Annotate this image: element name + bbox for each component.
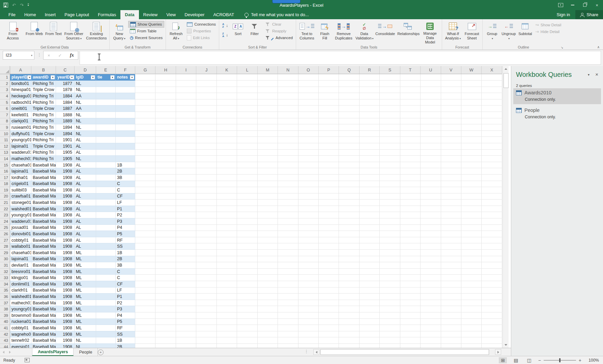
cell[interactable]: 1908	[56, 331, 75, 338]
collapse-ribbon-icon[interactable]: ∧	[597, 45, 600, 49]
cell[interactable]: Triple Crow	[31, 105, 56, 112]
cell[interactable]: AL	[75, 143, 96, 150]
cell[interactable]: heckegu01	[10, 93, 31, 99]
cell[interactable]: Pitching Tri	[31, 93, 56, 99]
relationships-button[interactable]: Relationships	[396, 20, 419, 44]
cell[interactable]: Pitching Tri	[31, 156, 56, 162]
from-table-button[interactable]: From Table	[128, 28, 164, 34]
refresh-all-button[interactable]: ↻ Refresh All▾	[167, 20, 185, 44]
cell[interactable]	[116, 118, 135, 125]
cell[interactable]: donovbi01	[10, 231, 31, 237]
column-header-F[interactable]: F	[116, 66, 135, 74]
cell[interactable]: 1905	[56, 156, 75, 162]
cell[interactable]: 1908	[56, 237, 75, 244]
cell[interactable]: ML	[75, 250, 96, 256]
remove-duplicates-button[interactable]: → Remove Duplicates	[333, 20, 354, 44]
empty-cells[interactable]	[135, 112, 502, 118]
column-header-B[interactable]: B	[31, 66, 56, 74]
column-header-R[interactable]: R	[360, 66, 380, 74]
cell[interactable]: 1908	[56, 256, 75, 263]
empty-cells[interactable]	[135, 105, 502, 112]
group-button[interactable]: → Group▾	[484, 20, 500, 44]
column-header-D[interactable]: D	[75, 66, 96, 74]
cell[interactable]	[96, 300, 116, 306]
empty-cells[interactable]	[135, 325, 502, 331]
empty-cells[interactable]	[135, 275, 502, 281]
cell[interactable]	[96, 218, 116, 225]
cell[interactable]: clarkjo01	[10, 118, 31, 125]
cell[interactable]: 1884	[56, 99, 75, 106]
what-if-analysis-button[interactable]: ? What-If Analysis▾	[443, 20, 462, 44]
sheet-tab-awardsplayers[interactable]: AwardsPlayers	[32, 348, 74, 356]
cell[interactable]: 1908	[56, 181, 75, 187]
row-number[interactable]: 32	[0, 269, 10, 275]
cell[interactable]: AL	[75, 218, 96, 225]
cell[interactable]: 1908	[56, 306, 75, 312]
empty-cells[interactable]	[135, 118, 502, 125]
cell[interactable]: Baseball Ma	[31, 212, 56, 218]
cell[interactable]: Pitching Tri	[31, 81, 56, 87]
column-header-X[interactable]: X	[482, 66, 502, 74]
sheet-tab-people[interactable]: People	[74, 348, 98, 356]
cell[interactable]: ML	[75, 256, 96, 263]
ribbon-tab-insert[interactable]: Insert	[40, 10, 60, 19]
cell[interactable]	[116, 93, 135, 99]
cell[interactable]	[116, 81, 135, 87]
column-header-T[interactable]: T	[400, 66, 421, 74]
table-header-yearID[interactable]: yearID▾	[56, 74, 75, 81]
cell[interactable]: C	[116, 275, 135, 281]
cell[interactable]	[96, 112, 116, 118]
text-to-columns-button[interactable]: → Text to Columns	[297, 20, 316, 44]
cell[interactable]	[96, 181, 116, 187]
cell[interactable]: youngcy01	[10, 212, 31, 218]
empty-cells[interactable]	[135, 256, 502, 263]
cell[interactable]: 1878	[56, 87, 75, 93]
cell[interactable]: C	[116, 187, 135, 193]
show-queries-button[interactable]: Show Queries	[128, 21, 164, 28]
cell[interactable]: 1901	[56, 137, 75, 143]
cell[interactable]: wadderu01	[10, 150, 31, 156]
cell[interactable]	[96, 193, 116, 200]
empty-cells[interactable]	[135, 337, 502, 344]
cell[interactable]: Baseball Ma	[31, 319, 56, 325]
cell[interactable]	[116, 137, 135, 143]
row-number[interactable]: 16	[0, 168, 10, 175]
cell[interactable]: P4	[116, 225, 135, 231]
row-number[interactable]: 39	[0, 312, 10, 319]
cell[interactable]: NL	[75, 112, 96, 118]
empty-cells[interactable]	[135, 99, 502, 106]
cell[interactable]	[96, 187, 116, 193]
empty-cells[interactable]	[135, 150, 502, 156]
cell[interactable]	[96, 150, 116, 156]
from-web-button[interactable]: ⊕ From Web	[25, 20, 44, 44]
cell[interactable]: jossad01	[10, 225, 31, 231]
cell[interactable]	[96, 331, 116, 338]
column-header-E[interactable]: E	[96, 66, 116, 74]
cell[interactable]: Baseball Ma	[31, 162, 56, 169]
empty-cells[interactable]	[135, 225, 502, 231]
cell[interactable]	[116, 124, 135, 131]
cell[interactable]: oneilti01	[10, 105, 31, 112]
sheet-scroll-left-icon[interactable]	[3, 351, 4, 354]
cell[interactable]: Triple Crow	[31, 131, 56, 137]
cell[interactable]: AL	[75, 150, 96, 156]
empty-cells[interactable]	[135, 300, 502, 306]
cell[interactable]: wadderu01	[10, 218, 31, 225]
cell[interactable]	[96, 212, 116, 218]
cell[interactable]: 1908	[56, 225, 75, 231]
cell[interactable]: Baseball Ma	[31, 269, 56, 275]
row-number[interactable]: 40	[0, 319, 10, 325]
enter-icon[interactable]: ✓	[58, 53, 62, 58]
row-number[interactable]: 22	[0, 206, 10, 212]
manage-data-model-button[interactable]: Manage Data Model	[420, 20, 440, 44]
cell[interactable]: crawfsa01	[10, 193, 31, 200]
cell[interactable]: 1908	[56, 344, 75, 348]
share-button[interactable]: Share	[575, 10, 603, 19]
cell[interactable]: CF	[116, 281, 135, 287]
existing-connections-button[interactable]: Existing Connections	[85, 20, 108, 44]
cell[interactable]: Baseball Ma	[31, 312, 56, 319]
row-number[interactable]: 5	[0, 99, 10, 106]
cell[interactable]	[116, 156, 135, 162]
vertical-scrollbar[interactable]	[502, 66, 509, 348]
cell[interactable]: NL	[75, 344, 96, 348]
